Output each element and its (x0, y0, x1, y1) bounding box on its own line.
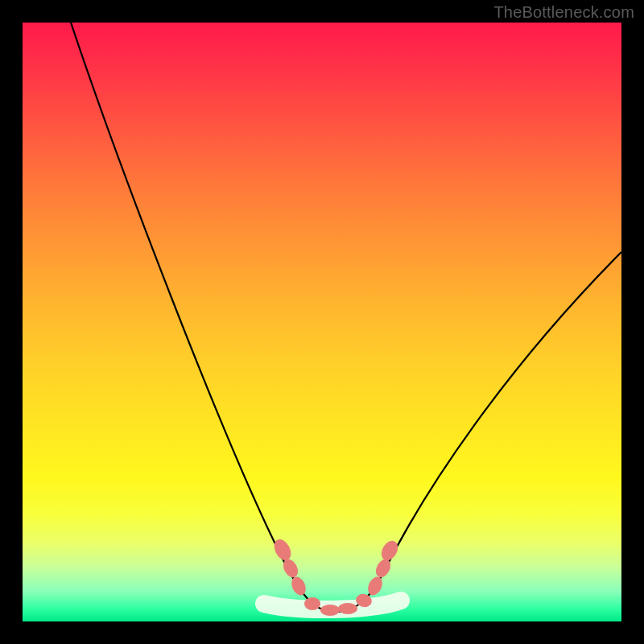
marker-dot (289, 575, 308, 597)
marker-dot (378, 538, 402, 564)
marker-dot (365, 575, 386, 598)
bottleneck-curve-svg (23, 23, 621, 621)
chart-plot-area (23, 23, 621, 621)
marker-dot (338, 603, 357, 614)
marker-dot (320, 605, 340, 616)
marker-dot (304, 597, 320, 610)
watermark-text: TheBottleneck.com (493, 3, 634, 22)
bottleneck-curve (71, 23, 621, 612)
